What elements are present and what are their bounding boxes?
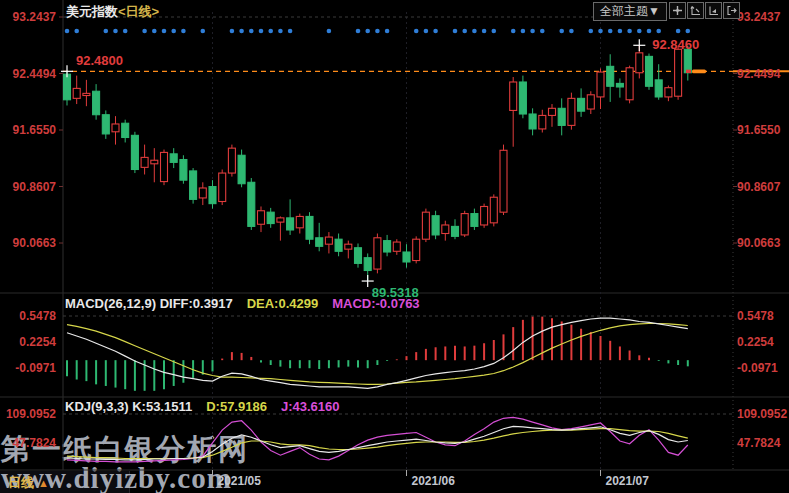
candle[interactable] <box>277 216 284 240</box>
candle[interactable] <box>626 66 633 104</box>
event-dot[interactable] <box>65 29 70 34</box>
event-dot[interactable] <box>268 29 273 34</box>
candle[interactable] <box>384 235 391 256</box>
event-dot[interactable] <box>181 29 186 34</box>
candle[interactable] <box>568 93 575 130</box>
candle[interactable] <box>151 148 158 182</box>
candle[interactable] <box>403 244 410 267</box>
event-dot[interactable] <box>618 29 623 34</box>
event-dot[interactable] <box>249 29 254 34</box>
candle[interactable] <box>461 211 468 237</box>
candle[interactable] <box>616 78 623 97</box>
event-dot[interactable] <box>239 29 244 34</box>
event-dot[interactable] <box>656 29 661 34</box>
candle[interactable] <box>655 64 662 100</box>
event-dot[interactable] <box>162 29 167 34</box>
event-dot[interactable] <box>482 29 487 34</box>
event-dot[interactable] <box>530 29 535 34</box>
candle[interactable] <box>248 178 255 230</box>
event-dot[interactable] <box>288 29 293 34</box>
candle[interactable] <box>471 209 478 230</box>
candle[interactable] <box>529 108 536 135</box>
event-dot[interactable] <box>676 29 681 34</box>
candle[interactable] <box>102 110 109 138</box>
candle[interactable] <box>228 145 235 177</box>
candle[interactable] <box>481 204 488 228</box>
candle[interactable] <box>93 84 100 120</box>
candle[interactable] <box>500 145 507 215</box>
event-dot[interactable] <box>521 29 526 34</box>
axis-zoom-left-icon[interactable] <box>687 2 704 19</box>
period-tab-daily[interactable]: 日线▲ <box>8 474 49 492</box>
event-dot[interactable] <box>453 29 458 34</box>
candle[interactable] <box>131 132 138 173</box>
event-dot[interactable] <box>647 29 652 34</box>
event-dot[interactable] <box>74 29 79 34</box>
candle[interactable] <box>510 77 517 147</box>
event-dot[interactable] <box>278 29 283 34</box>
candle[interactable] <box>112 116 119 144</box>
event-dot[interactable] <box>385 29 390 34</box>
event-dot[interactable] <box>201 29 206 34</box>
candle[interactable] <box>306 212 313 244</box>
candle[interactable] <box>180 155 187 183</box>
event-dot[interactable] <box>627 29 632 34</box>
candle[interactable] <box>374 234 381 274</box>
event-dot[interactable] <box>259 29 264 34</box>
candle[interactable] <box>587 91 594 114</box>
candle[interactable] <box>316 223 323 251</box>
candle[interactable] <box>665 86 672 102</box>
candle[interactable] <box>452 219 459 239</box>
event-dot[interactable] <box>511 29 516 34</box>
candle[interactable] <box>646 54 653 90</box>
event-dot[interactable] <box>569 29 574 34</box>
candle[interactable] <box>519 76 526 119</box>
candle[interactable] <box>549 104 556 127</box>
crosshair-icon[interactable] <box>669 2 686 19</box>
event-dot[interactable] <box>540 29 545 34</box>
event-dot[interactable] <box>433 29 438 34</box>
candle[interactable] <box>141 145 148 175</box>
candle[interactable] <box>287 199 294 235</box>
event-dot[interactable] <box>142 29 147 34</box>
event-dot[interactable] <box>637 29 642 34</box>
candle[interactable] <box>335 234 342 257</box>
candle[interactable] <box>267 208 274 228</box>
candle[interactable] <box>161 150 168 186</box>
theme-dropdown[interactable]: 全部主题▼ <box>593 2 667 21</box>
event-dot[interactable] <box>472 29 477 34</box>
candle[interactable] <box>238 150 245 188</box>
event-dot[interactable] <box>492 29 497 34</box>
candle[interactable] <box>83 80 90 106</box>
event-dot[interactable] <box>327 29 332 34</box>
candle[interactable] <box>209 180 216 208</box>
candle[interactable] <box>432 211 439 239</box>
event-dot[interactable] <box>230 29 235 34</box>
exit-pane-icon[interactable] <box>723 2 740 19</box>
candle[interactable] <box>539 110 546 133</box>
candle[interactable] <box>199 182 206 205</box>
event-dot[interactable] <box>686 29 691 34</box>
event-dot[interactable] <box>152 29 157 34</box>
candle[interactable] <box>607 54 614 102</box>
event-dot[interactable] <box>171 29 176 34</box>
event-dot[interactable] <box>589 29 594 34</box>
candle[interactable] <box>219 169 226 205</box>
candle[interactable] <box>597 68 604 109</box>
axis-zoom-right-icon[interactable] <box>705 2 722 19</box>
event-dot[interactable] <box>356 29 361 34</box>
candle[interactable] <box>170 148 177 168</box>
event-dot[interactable] <box>424 29 429 34</box>
candle[interactable] <box>442 221 449 241</box>
candle[interactable] <box>345 241 352 259</box>
candle[interactable] <box>558 98 565 135</box>
event-dot[interactable] <box>375 29 380 34</box>
candle[interactable] <box>325 232 332 253</box>
event-dot[interactable] <box>113 29 118 34</box>
event-dot[interactable] <box>608 29 613 34</box>
candle[interactable] <box>422 209 429 242</box>
event-dot[interactable] <box>104 29 109 34</box>
candle[interactable] <box>258 206 265 232</box>
event-dot[interactable] <box>462 29 467 34</box>
candle[interactable] <box>190 168 197 204</box>
